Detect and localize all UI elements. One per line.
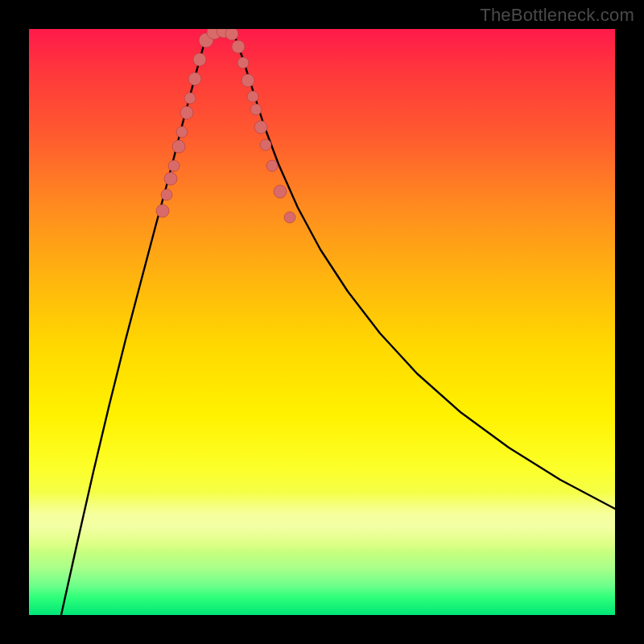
bottleneck-curve xyxy=(61,29,615,615)
data-dot xyxy=(260,139,271,151)
data-dot xyxy=(274,185,287,198)
data-dot xyxy=(232,40,245,53)
data-dot xyxy=(188,72,201,85)
watermark-text: TheBottleneck.com xyxy=(480,5,634,26)
data-dot xyxy=(247,91,258,102)
data-dot xyxy=(250,104,262,115)
plot-area xyxy=(29,29,615,615)
data-dot xyxy=(172,140,185,153)
data-dot xyxy=(225,29,238,40)
data-dot xyxy=(156,204,169,217)
data-dot xyxy=(242,74,254,87)
data-dot xyxy=(176,126,188,138)
data-dot xyxy=(237,57,249,68)
data-dot xyxy=(193,53,206,66)
data-dot xyxy=(184,93,196,104)
data-dot xyxy=(180,106,193,119)
data-dot xyxy=(161,189,172,200)
chart-frame: TheBottleneck.com xyxy=(0,0,644,644)
data-dot xyxy=(254,121,267,134)
data-dot xyxy=(266,160,278,171)
data-dot xyxy=(168,160,180,171)
data-dot xyxy=(284,212,295,223)
data-dot xyxy=(164,172,177,185)
chart-svg xyxy=(29,29,615,615)
data-dots xyxy=(156,29,295,223)
